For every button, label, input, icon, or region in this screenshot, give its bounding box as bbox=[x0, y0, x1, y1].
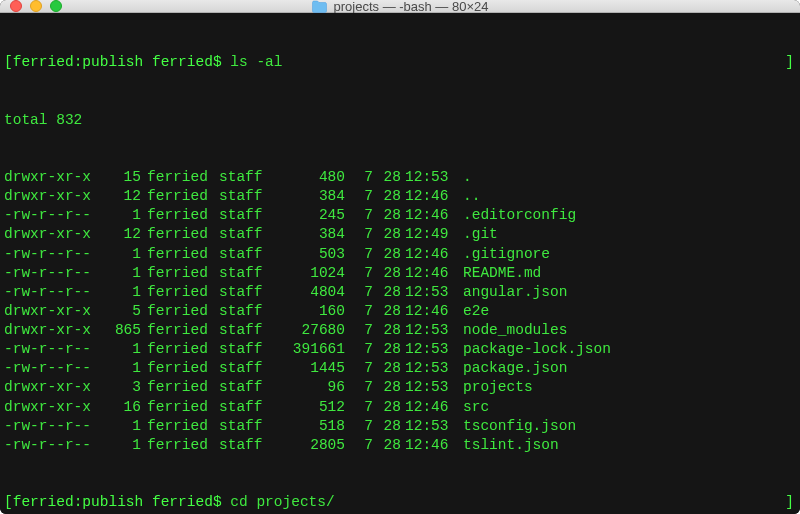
command-1: ls -al bbox=[230, 54, 282, 70]
terminal-body[interactable]: [ferried:publish ferried$ ls -al] total … bbox=[0, 13, 800, 514]
list-item: drwxr-xr-x15ferriedstaff48072812:53. bbox=[4, 168, 796, 187]
folder-icon bbox=[312, 0, 328, 13]
list-item: -rw-r--r--1ferriedstaff144572812:53packa… bbox=[4, 359, 796, 378]
command-2: cd projects/ bbox=[230, 494, 334, 510]
list-item: drwxr-xr-x12ferriedstaff38472812:46.. bbox=[4, 187, 796, 206]
prompt-line-1: [ferried:publish ferried$ ls -al] bbox=[4, 53, 796, 72]
minimize-button[interactable] bbox=[30, 0, 42, 12]
titlebar[interactable]: projects — -bash — 80×24 bbox=[0, 0, 800, 13]
close-button[interactable] bbox=[10, 0, 22, 12]
list-item: -rw-r--r--1ferriedstaff24572812:46.edito… bbox=[4, 206, 796, 225]
total-line: total 832 bbox=[4, 111, 796, 130]
window-title: projects — -bash — 80×24 bbox=[334, 0, 489, 14]
list-item: drwxr-xr-x12ferriedstaff38472812:49.git bbox=[4, 225, 796, 244]
list-item: drwxr-xr-x5ferriedstaff16072812:46e2e bbox=[4, 302, 796, 321]
prompt-line-2: [ferried:publish ferried$ cd projects/] bbox=[4, 493, 796, 512]
list-item: -rw-r--r--1ferriedstaff480472812:53angul… bbox=[4, 283, 796, 302]
list-item: -rw-r--r--1ferriedstaff50372812:46.gitig… bbox=[4, 245, 796, 264]
ls-output: drwxr-xr-x15ferriedstaff48072812:53.drwx… bbox=[4, 168, 796, 455]
traffic-lights bbox=[10, 0, 62, 12]
maximize-button[interactable] bbox=[50, 0, 62, 12]
list-item: -rw-r--r--1ferriedstaff102472812:46READM… bbox=[4, 264, 796, 283]
list-item: drwxr-xr-x3ferriedstaff9672812:53project… bbox=[4, 378, 796, 397]
list-item: drwxr-xr-x16ferriedstaff51272812:46src bbox=[4, 398, 796, 417]
list-item: -rw-r--r--1ferriedstaff39166172812:53pac… bbox=[4, 340, 796, 359]
window-title-group: projects — -bash — 80×24 bbox=[312, 0, 489, 14]
list-item: -rw-r--r--1ferriedstaff280572812:46tslin… bbox=[4, 436, 796, 455]
list-item: -rw-r--r--1ferriedstaff51872812:53tsconf… bbox=[4, 417, 796, 436]
list-item: drwxr-xr-x865ferriedstaff2768072812:53no… bbox=[4, 321, 796, 340]
terminal-window: projects — -bash — 80×24 [ferried:publis… bbox=[0, 0, 800, 514]
